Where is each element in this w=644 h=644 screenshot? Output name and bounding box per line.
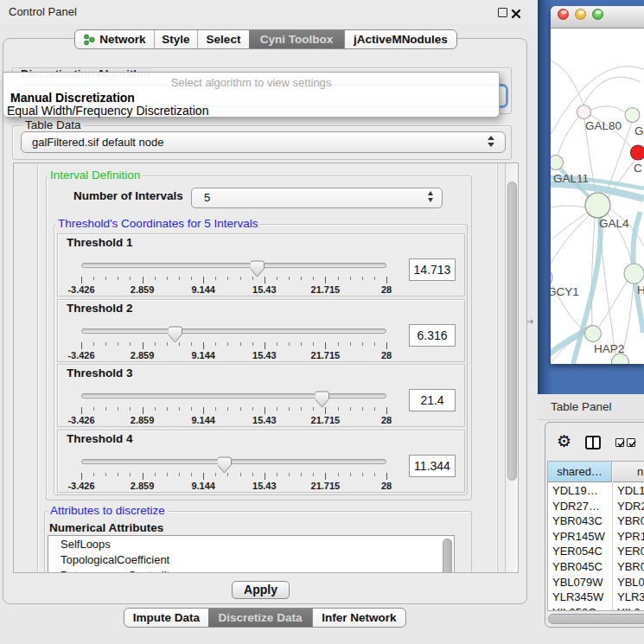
threshold-label: Threshold 2	[67, 302, 133, 315]
network-node-label: GAL80	[585, 119, 622, 132]
table-row[interactable]: YDR27… YDR2	[548, 499, 644, 514]
list-item[interactable]: SelfLoops	[48, 538, 454, 553]
table-panel: ⚙ shared… n YDL19… YDL1 YDR27… YDR2	[545, 422, 644, 628]
combobox-arrows-icon	[488, 136, 494, 147]
popup-item-equal-width[interactable]: Equal Width/Frequency Discretization	[7, 104, 208, 118]
slider-ticks	[58, 407, 464, 415]
minimize-traffic-light[interactable]	[575, 9, 586, 20]
slider-track[interactable]	[81, 393, 386, 399]
select-none-checkbox-icon[interactable]	[627, 438, 635, 447]
table-row[interactable]: YBR043C YBR0	[548, 513, 644, 529]
horizontal-scrollbar[interactable]	[548, 614, 644, 624]
close-icon[interactable]	[511, 7, 521, 22]
threshold-value-field[interactable]: 14.713	[409, 258, 456, 281]
network-node[interactable]	[551, 156, 564, 170]
algorithm-dropdown-popup: Select algorithm to view settings Manual…	[3, 72, 500, 118]
table-row[interactable]: YBR045C YBR0	[548, 559, 644, 575]
popup-item-manual-discretization[interactable]: Manual Discretization	[10, 91, 135, 105]
zoom-traffic-light[interactable]	[592, 9, 603, 20]
table-panel-titlebar: Table Panel	[538, 394, 644, 420]
bottom-tabs: Impute Data Discretize Data Infer Networ…	[124, 608, 406, 628]
table-row[interactable]: YPR145W YPR1	[548, 529, 644, 545]
network-window: GAL80GACGAL11GAL4HGCY1HAP2	[551, 6, 644, 364]
panel-title: Control Panel	[9, 0, 77, 24]
tab-jactivemnodules[interactable]: jActiveMNodules	[344, 30, 456, 48]
list-item[interactable]: BetweennessCentrality	[48, 569, 454, 573]
tab-infer-network[interactable]: Infer Network	[312, 609, 405, 627]
threshold-value-field[interactable]: 11.344	[409, 455, 456, 477]
vertical-scrollbar[interactable]	[505, 163, 519, 572]
tab-select[interactable]: Select	[197, 30, 249, 48]
numerical-attributes-list[interactable]: SelfLoops TopologicalCoefficient Between…	[48, 535, 455, 573]
slider-thumb[interactable]	[316, 391, 329, 408]
list-scrollbar[interactable]	[443, 539, 452, 573]
network-node-label: GCY1	[551, 285, 579, 298]
slider-thumb[interactable]	[169, 326, 182, 343]
network-node-label: H	[637, 284, 644, 296]
scrollbar-thumb[interactable]	[507, 182, 517, 481]
network-node[interactable]	[585, 326, 602, 342]
number-of-intervals-spinner[interactable]: 5	[191, 188, 443, 208]
slider-thumb[interactable]	[251, 260, 265, 277]
table-row[interactable]: YLR345W YLR3	[548, 590, 644, 605]
slider-scale: -3.4262.8599.14415.4321.71528	[58, 415, 464, 426]
table-data-label: Table Data	[22, 119, 84, 131]
column-header-name[interactable]: n	[613, 462, 644, 482]
table-panel-title: Table Panel	[551, 394, 612, 419]
network-edge	[583, 77, 641, 105]
threshold-panel: Threshold 3 -3.4262.8599.14415.4321.7152…	[57, 364, 465, 427]
tab-cyni-toolbox[interactable]: Cyni Toolbox	[249, 30, 344, 48]
threshold-value-field[interactable]: 6.316	[409, 324, 456, 347]
interval-definition-label: Interval Definition	[48, 169, 143, 182]
slider-ticks	[58, 277, 464, 284]
slider-track[interactable]	[81, 328, 386, 334]
network-node-label: GAL4	[599, 217, 629, 230]
network-node[interactable]	[625, 108, 640, 123]
table-row[interactable]: YBL079W YBL0	[548, 575, 644, 590]
threshold-panel: Threshold 2 -3.4262.8599.14415.4321.7152…	[57, 299, 465, 362]
slider-thumb[interactable]	[218, 456, 232, 474]
table-row[interactable]: YDL19… YDL1	[548, 483, 644, 499]
network-node[interactable]	[577, 105, 591, 119]
network-node-label: C	[634, 162, 642, 175]
slider-ticks	[58, 342, 464, 350]
slider-track[interactable]	[81, 263, 386, 268]
network-edge	[551, 206, 586, 207]
network-icon	[83, 34, 95, 46]
network-node[interactable]	[624, 264, 644, 284]
network-node[interactable]	[585, 193, 610, 218]
network-edge	[558, 116, 579, 156]
tab-style[interactable]: Style	[154, 30, 197, 48]
network-canvas[interactable]: GAL80GACGAL11GAL4HGCY1HAP2	[551, 29, 644, 364]
list-item[interactable]: TopologicalCoefficient	[48, 553, 454, 569]
slider-track[interactable]	[81, 459, 386, 464]
tab-network[interactable]: Network	[75, 30, 154, 48]
column-header-shared-name[interactable]: shared…	[548, 462, 612, 482]
network-node[interactable]	[631, 145, 644, 160]
columns-icon[interactable]	[585, 436, 601, 450]
float-window-icon[interactable]	[498, 8, 507, 17]
network-node[interactable]	[551, 268, 552, 287]
apply-button[interactable]: Apply	[232, 581, 290, 599]
threshold-label: Threshold 3	[67, 367, 133, 379]
network-edge	[552, 213, 587, 239]
tab-impute-data[interactable]: Impute Data	[124, 609, 208, 627]
threshold-panel: Threshold 1 -3.4262.8599.14415.4321.7152…	[57, 233, 465, 296]
tab-discretize-data[interactable]: Discretize Data	[208, 609, 312, 627]
tab-network-label: Network	[99, 33, 145, 46]
network-edge	[551, 214, 590, 270]
threshold-label: Threshold 1	[67, 236, 133, 249]
threshold-coordinates-group: Threshold 1 -3.4262.8599.14415.4321.7152…	[54, 224, 468, 495]
table-data-combobox[interactable]: galFiltered.sif default node	[21, 131, 506, 153]
mouse-cursor	[526, 315, 535, 330]
network-window-titlebar	[551, 6, 644, 29]
select-all-checkbox-icon[interactable]	[615, 438, 624, 447]
gear-icon[interactable]: ⚙	[557, 432, 571, 450]
threshold-coordinates-label: Threshold's Coordinates for 5 Intervals	[55, 218, 260, 230]
close-traffic-light[interactable]	[558, 9, 569, 20]
table-row[interactable]: YIL052C YIL0	[548, 605, 644, 611]
threshold-value-field[interactable]: 21.4	[409, 389, 456, 411]
threshold-panel: Threshold 4 -3.4262.8599.14415.4321.7152…	[57, 430, 465, 493]
control-panel-tabs: Network Style Select Cyni Toolbox jActiv…	[74, 29, 457, 49]
table-row[interactable]: YER054C YER0	[548, 544, 644, 559]
